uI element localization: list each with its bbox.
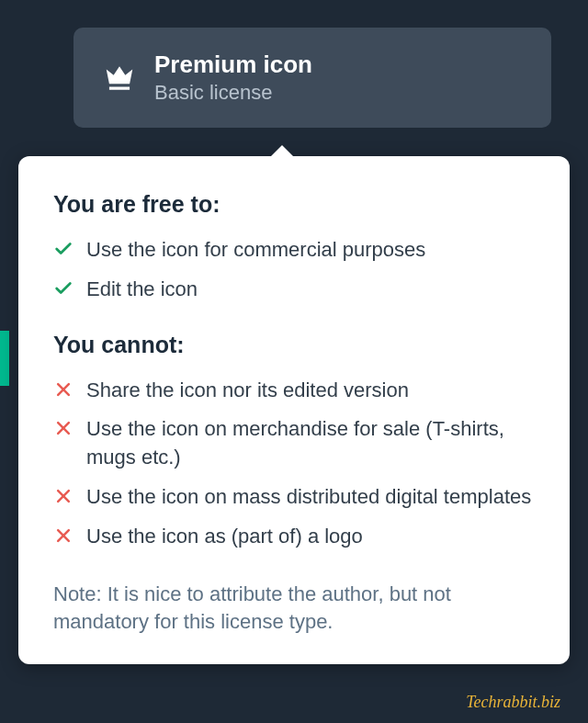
- list-item: Use the icon as (part of) a logo: [53, 523, 535, 551]
- crown-icon: [101, 60, 138, 96]
- list-item: Edit the icon: [53, 276, 535, 304]
- denied-heading: You cannot:: [53, 332, 535, 358]
- list-item: Use the icon for commercial purposes: [53, 236, 535, 265]
- check-icon: [53, 239, 74, 259]
- check-icon: [53, 278, 74, 299]
- cross-icon: [53, 418, 74, 438]
- allowed-heading: You are free to:: [53, 191, 535, 218]
- list-item: Share the icon nor its edited version: [53, 377, 535, 405]
- list-item: Use the icon on mass distributed digital…: [53, 483, 535, 512]
- denied-list: Share the icon nor its edited version Us…: [53, 377, 535, 551]
- cross-icon: [53, 379, 74, 400]
- allowed-list: Use the icon for commercial purposes Edi…: [53, 236, 535, 304]
- list-item-text: Use the icon for commercial purposes: [86, 236, 425, 265]
- license-header-badge: Premium icon Basic license: [74, 28, 551, 128]
- license-tooltip-card: You are free to: Use the icon for commer…: [18, 156, 570, 664]
- sidebar-accent: [0, 331, 9, 386]
- header-subtitle: Basic license: [154, 81, 312, 105]
- list-item-text: Use the icon on merchandise for sale (T-…: [86, 415, 535, 472]
- list-item-text: Use the icon on mass distributed digital…: [86, 483, 531, 512]
- cross-icon: [53, 525, 74, 546]
- license-note: Note: It is nice to attribute the author…: [53, 581, 535, 638]
- list-item: Use the icon on merchandise for sale (T-…: [53, 415, 535, 472]
- header-title: Premium icon: [154, 51, 312, 79]
- list-item-text: Share the icon nor its edited version: [86, 377, 409, 405]
- cross-icon: [53, 486, 74, 506]
- list-item-text: Use the icon as (part of) a logo: [86, 523, 363, 551]
- watermark-text: Techrabbit.biz: [466, 693, 560, 712]
- header-text-block: Premium icon Basic license: [154, 51, 312, 105]
- list-item-text: Edit the icon: [86, 276, 198, 304]
- tooltip-arrow: [269, 145, 295, 158]
